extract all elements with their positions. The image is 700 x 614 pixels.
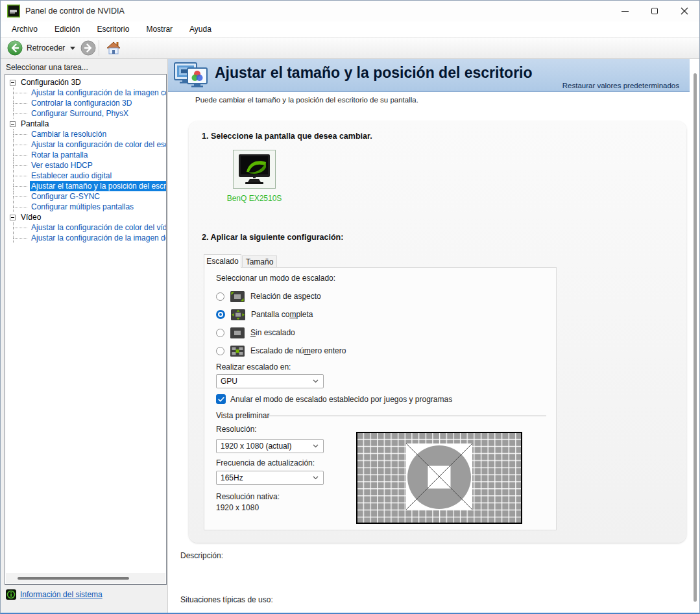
full-screen-icon — [231, 309, 245, 320]
tree-item-label: Pantalla — [19, 119, 166, 129]
back-button[interactable]: Retroceder — [7, 40, 69, 56]
back-history-dropdown-icon[interactable] — [70, 47, 75, 50]
tree-item-label: Ajustar el tamaño y la posición del escr… — [30, 181, 166, 191]
display-settings-icon — [173, 62, 211, 90]
tree-item[interactable]: Ajustar la configuración de color del es… — [5, 139, 166, 150]
description-label: Descripción: — [180, 551, 223, 560]
mode-full-screen[interactable]: Pantalla completa — [216, 308, 313, 321]
display-select-tile[interactable] — [233, 150, 276, 189]
collapse-icon[interactable] — [10, 215, 16, 220]
minimize-button[interactable] — [610, 1, 640, 21]
menu-item[interactable]: Mostrar — [138, 23, 181, 36]
vertical-scrollbar-thumb[interactable] — [694, 73, 697, 602]
minimize-icon — [622, 11, 629, 12]
scaling-mode-heading: Seleccionar un modo de escalado: — [216, 274, 335, 283]
horizontal-scrollbar[interactable] — [6, 573, 165, 584]
task-tree-box: Configuración 3D Ajustar la configuració… — [5, 74, 167, 585]
display-name-label: BenQ EX2510S — [206, 194, 303, 203]
tab-tamano[interactable]: Tamaño — [242, 255, 277, 268]
restore-defaults-link[interactable]: Restaurar valores predeterminados — [562, 82, 679, 89]
menu-item[interactable]: Escritorio — [88, 23, 138, 36]
tree-item-label: Configurar múltiples pantallas — [30, 202, 166, 212]
tree-item-label: Cambiar la resolución — [30, 129, 166, 139]
close-button[interactable] — [670, 1, 699, 21]
back-icon — [7, 40, 23, 56]
tree-item-label: Rotar la pantalla — [30, 150, 166, 160]
tree-item[interactable]: Pantalla — [5, 119, 166, 129]
page-title: Ajustar el tamaño y la posición del escr… — [215, 64, 533, 82]
tree-item-label: Ajustar la configuración de color del ví… — [30, 222, 166, 233]
sidebar-header: Seleccionar una tarea... — [1, 59, 167, 72]
mode-integer-scaling[interactable]: Escalado de número entero — [216, 344, 346, 357]
tree-item[interactable]: Controlar la configuración 3D — [5, 98, 166, 108]
checkbox-checked-icon[interactable] — [216, 394, 226, 404]
task-sidebar: Seleccionar una tarea... Configuración 3… — [1, 59, 168, 614]
monitor-icon — [237, 154, 271, 185]
tab-escalado[interactable]: Escalado — [204, 254, 241, 268]
close-icon — [681, 7, 688, 15]
window-controls — [610, 1, 699, 21]
navigation-toolbar: Retroceder — [1, 37, 699, 59]
tree-item[interactable]: Configurar G-SYNC — [5, 191, 166, 202]
mode-label: Pantalla completa — [251, 310, 313, 319]
menu-item[interactable]: Edición — [46, 23, 88, 36]
window-title: Panel de control de NVIDIA — [25, 6, 125, 16]
tree-item[interactable]: Ajustar la configuración de la imagen de… — [5, 233, 166, 243]
refresh-rate-value: 165Hz — [221, 473, 243, 482]
mode-no-scaling[interactable]: Sin escalado — [216, 326, 295, 339]
tree-item[interactable]: Ajustar la configuración de color del ví… — [5, 222, 166, 233]
toolbar-separator — [99, 40, 99, 56]
forward-button[interactable] — [80, 40, 96, 56]
system-info-row: Información del sistema — [6, 589, 103, 600]
no-scaling-icon — [230, 327, 245, 338]
native-resolution-value: 1920 x 1080 — [216, 503, 259, 512]
resolution-dropdown[interactable]: 1920 x 1080 (actual) — [216, 439, 324, 453]
back-label: Retroceder — [27, 43, 65, 53]
system-information-link[interactable]: Información del sistema — [20, 590, 103, 599]
tree-item[interactable]: Ver estado HDCP — [5, 160, 166, 171]
preview-heading: Vista preliminar — [216, 411, 269, 420]
tree-item-label: Ajustar la configuración de la imagen co… — [30, 88, 166, 98]
title-bar: Panel de control de NVIDIA — [1, 1, 699, 21]
horizontal-scrollbar-thumb[interactable] — [18, 577, 129, 580]
menu-item[interactable]: Archivo — [3, 23, 46, 36]
tree-item[interactable]: Ajustar el tamaño y la posición del escr… — [5, 181, 166, 191]
tree-item[interactable]: Cambiar la resolución — [5, 129, 166, 139]
maximize-button[interactable] — [640, 1, 670, 21]
override-scaling-checkbox-row[interactable]: Anular el modo de escalado establecido p… — [216, 394, 452, 404]
perform-scaling-dropdown[interactable]: GPU — [216, 374, 324, 388]
info-icon — [6, 589, 16, 600]
override-scaling-label: Anular el modo de escalado establecido p… — [230, 395, 452, 404]
collapse-icon[interactable] — [10, 80, 16, 86]
mode-aspect-ratio[interactable]: Relación de aspecto — [216, 290, 321, 303]
tree-item[interactable]: Ajustar la configuración de la imagen co… — [5, 88, 166, 98]
collapse-icon[interactable] — [10, 121, 16, 127]
maximize-icon — [651, 8, 658, 14]
tree-item[interactable]: Configurar Surround, PhysX — [5, 108, 166, 119]
tree-item[interactable]: Rotar la pantalla — [5, 150, 166, 160]
mode-label: Sin escalado — [250, 328, 295, 337]
radio-full-screen[interactable] — [216, 310, 225, 319]
nvidia-app-icon — [7, 5, 20, 18]
tree-item[interactable]: Configurar múltiples pantallas — [5, 202, 166, 212]
radio-no-scaling[interactable] — [216, 329, 224, 337]
home-button[interactable] — [106, 41, 121, 55]
tree-item[interactable]: Configuración 3D — [5, 77, 166, 88]
radio-integer-scaling[interactable] — [216, 347, 224, 355]
page-subtitle: Puede cambiar el tamaño y la posición de… — [195, 96, 418, 104]
tree-item-label: Configurar G-SYNC — [30, 191, 166, 202]
refresh-rate-label: Frecuencia de actualización: — [216, 458, 315, 467]
integer-scaling-icon — [230, 346, 245, 357]
native-resolution-label: Resolución nativa: — [216, 492, 280, 501]
refresh-rate-dropdown[interactable]: 165Hz — [216, 471, 324, 485]
tree-item[interactable]: Establecer audio digital — [5, 171, 166, 181]
scaling-preview-test-pattern — [356, 432, 522, 524]
main-content: Ajustar el tamaño y la posición del escr… — [168, 59, 700, 614]
nvidia-control-panel-window: Panel de control de NVIDIA ArchivoEdició… — [0, 0, 700, 614]
menu-item[interactable]: Ayuda — [181, 23, 220, 36]
tree-item[interactable]: Vídeo — [5, 212, 166, 222]
menu-bar: ArchivoEdiciónEscritorioMostrarAyuda — [1, 21, 699, 37]
radio-aspect-ratio[interactable] — [216, 292, 224, 301]
tree-item-label: Establecer audio digital — [30, 171, 166, 181]
tree-item-label: Configurar Surround, PhysX — [30, 108, 166, 119]
